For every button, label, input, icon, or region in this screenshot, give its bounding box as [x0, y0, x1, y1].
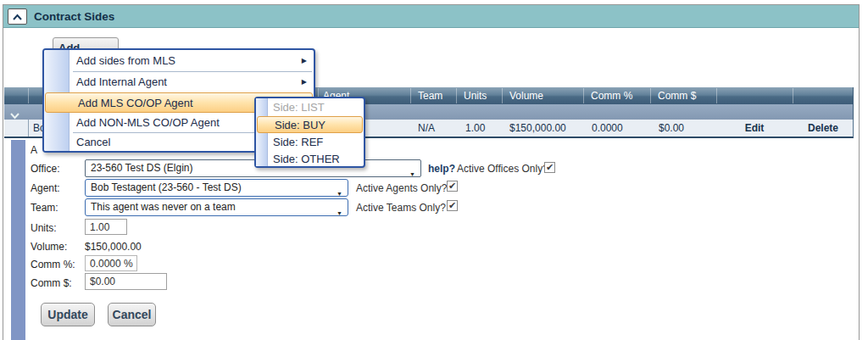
- submenu-item-side-ref[interactable]: Side: REF: [256, 134, 364, 151]
- dropdown-arrow-icon: ▼: [409, 166, 415, 177]
- column-divider: [456, 88, 457, 103]
- row-comm-usd: $0.00: [659, 120, 684, 137]
- chevron-up-icon: [12, 9, 23, 24]
- hidden-partial-label: A: [31, 144, 37, 156]
- volume-label: Volume:: [31, 241, 67, 253]
- column-divider: [410, 88, 411, 103]
- volume-value: $150,000.00: [85, 241, 142, 253]
- office-selected-value: 23-560 Test DS (Elgin): [91, 162, 193, 174]
- office-label: Office:: [31, 163, 59, 175]
- team-select[interactable]: This agent was never on a team ▼: [85, 198, 348, 216]
- column-header-volume[interactable]: Volume: [509, 87, 543, 104]
- column-divider: [583, 88, 584, 103]
- row-volume: $150,000.00: [509, 120, 566, 137]
- active-teams-only-checkbox[interactable]: ✔: [447, 200, 458, 211]
- column-header-units[interactable]: Units: [464, 87, 487, 104]
- panel-title: Contract Sides: [34, 10, 114, 23]
- office-select[interactable]: 23-560 Test DS (Elgin) ▼: [85, 159, 421, 177]
- column-divider: [28, 120, 29, 137]
- panel-title-bar: [3, 5, 859, 28]
- check-icon: ✔: [448, 200, 456, 210]
- agent-selected-value: Bob Testagent (23-560 - Test DS): [91, 181, 242, 193]
- submenu-arrow-icon: ▶: [302, 72, 307, 92]
- submenu-item-side-list: Side: LIST: [256, 99, 364, 116]
- active-offices-only-label: Active Offices Only?: [457, 163, 548, 175]
- help-link[interactable]: help?: [428, 163, 455, 175]
- side-submenu: Side: LIST Side: BUY Side: REF Side: OTH…: [254, 97, 365, 168]
- menu-item-add-sides-from-mls[interactable]: Add sides from MLS ▶: [44, 51, 314, 71]
- row-team: N/A: [418, 120, 435, 137]
- comm-usd-label: Comm $:: [31, 277, 72, 289]
- update-button[interactable]: Update: [41, 303, 95, 326]
- agent-label: Agent:: [31, 182, 60, 194]
- menu-item-add-internal-agent[interactable]: Add Internal Agent ▶: [44, 72, 314, 92]
- row-comm-pct: 0.0000: [592, 120, 623, 137]
- column-divider: [502, 88, 503, 103]
- active-teams-only-label: Active Teams Only?: [356, 202, 446, 214]
- delete-link[interactable]: Delete: [793, 120, 854, 137]
- collapse-panel-button[interactable]: [8, 8, 27, 25]
- column-divider: [28, 88, 29, 103]
- agent-select[interactable]: Bob Testagent (23-560 - Test DS) ▼: [85, 179, 348, 197]
- edit-link[interactable]: Edit: [716, 120, 793, 137]
- submenu-arrow-icon: ▶: [302, 51, 307, 71]
- cancel-button[interactable]: Cancel: [108, 303, 156, 326]
- comm-pct-input[interactable]: [85, 255, 137, 271]
- active-agents-only-label: Active Agents Only?: [356, 182, 447, 194]
- check-icon: ✔: [448, 181, 456, 191]
- units-label: Units:: [31, 222, 57, 234]
- check-icon: ✔: [546, 162, 554, 172]
- column-header-team[interactable]: Team: [418, 87, 442, 104]
- column-header-comm-usd[interactable]: Comm $: [658, 87, 696, 104]
- column-divider: [793, 88, 793, 103]
- submenu-item-side-buy[interactable]: Side: BUY: [257, 116, 363, 133]
- active-agents-only-checkbox[interactable]: ✔: [447, 181, 458, 192]
- team-label: Team:: [31, 202, 58, 214]
- team-selected-value: This agent was never on a team: [91, 201, 236, 213]
- dropdown-arrow-icon: ▼: [337, 186, 342, 197]
- row-units: 1.00: [465, 120, 485, 137]
- column-divider: [716, 88, 717, 103]
- column-divider: [650, 88, 651, 103]
- column-header-comm-pct[interactable]: Comm %: [591, 87, 632, 104]
- dropdown-arrow-icon: ▼: [337, 205, 342, 216]
- active-offices-only-checkbox[interactable]: ✔: [544, 162, 555, 173]
- units-input[interactable]: [85, 219, 127, 235]
- comm-pct-label: Comm %:: [31, 259, 75, 270]
- submenu-item-side-other[interactable]: Side: OTHER: [256, 151, 364, 168]
- comm-usd-input[interactable]: [85, 273, 167, 290]
- detail-row-indent-strip: [11, 140, 25, 340]
